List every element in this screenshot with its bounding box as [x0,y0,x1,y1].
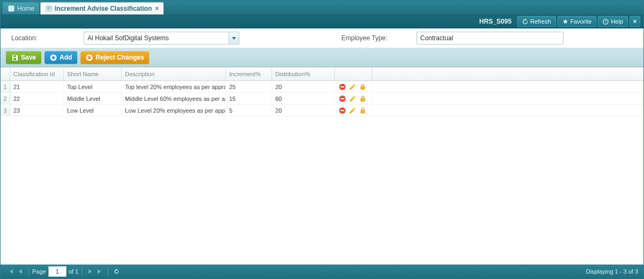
save-icon [11,54,18,61]
svg-text:?: ? [605,19,607,24]
location-label: Location: [11,34,84,42]
delete-icon[interactable] [338,83,346,91]
page-label-post: of 1 [69,268,78,275]
lock-icon[interactable] [358,94,367,102]
col-spacer [372,68,643,80]
employee-type-field[interactable]: Contractual [416,32,564,45]
cell-description: Middle Level 60% employees as per appr… [122,93,226,104]
add-button[interactable]: Add [45,51,77,64]
cancel-icon [86,54,93,61]
cell-short-name: Low Level [64,105,122,116]
chevron-down-icon [229,32,239,44]
location-select[interactable]: Al Hokail SofDigital Systems [84,32,239,45]
col-classification-id[interactable]: Classification Id [10,68,64,80]
cell-increment-pct: 25 [226,81,272,92]
screen-code: HRS_S095 [479,18,511,25]
svg-rect-17 [340,98,344,99]
tab-active-label: Increment Advise Classification [55,5,152,12]
save-button[interactable]: Save [6,51,41,64]
prev-page-icon[interactable] [16,267,25,276]
first-page-icon[interactable] [6,267,15,276]
svg-rect-3 [47,8,50,9]
help-icon: ? [603,19,609,25]
page-label-pre: Page [32,268,46,275]
svg-rect-20 [340,110,344,111]
col-short-name[interactable]: Short Name [64,68,122,80]
add-label: Add [60,54,72,61]
next-page-icon[interactable] [86,267,94,276]
ribbon-bar: HRS_S095 Refresh Favorite ? Help × [1,15,643,28]
grid: Classification Id Short Name Description… [1,67,643,265]
help-label: Help [611,18,623,25]
row-number: 2 [1,93,10,104]
page-input[interactable] [48,266,67,277]
cell-increment-pct: 5 [226,105,272,116]
tab-increment-advise-classification[interactable]: Increment Advise Classification × [40,2,164,14]
cell-classification-id: 23 [10,105,64,116]
plus-icon [50,54,57,61]
home-tab-icon [8,5,15,12]
favorite-button[interactable]: Favorite [558,16,597,27]
lock-icon[interactable] [358,106,367,114]
cell-actions [335,81,372,92]
cell-actions [335,93,372,104]
action-bar: Save Add Reject Changes [1,48,643,67]
svg-rect-11 [52,57,55,58]
svg-rect-15 [361,86,365,90]
cell-short-name: Top Level [64,81,122,92]
svg-rect-0 [9,6,14,11]
form-tab-icon [45,5,53,12]
row-number: 1 [1,81,10,92]
star-icon [562,19,568,25]
grid-header: Classification Id Short Name Description… [1,68,643,81]
row-number: 3 [1,105,10,116]
employee-type-label: Employee Type: [341,34,416,42]
edit-icon[interactable] [348,83,356,91]
cell-description: Low Level 20% employees as per apprai… [122,105,226,116]
cell-distribution-pct: 60 [272,93,335,104]
col-distribution-pct[interactable]: Distribution% [272,68,335,80]
grid-body: 121Top LevelTop level 20% employees as p… [1,81,643,265]
tab-home-label: Home [17,5,34,12]
last-page-icon[interactable] [96,267,104,276]
cell-spacer [372,105,643,116]
reload-icon[interactable] [112,267,121,276]
cell-short-name: Middle Level [64,93,122,104]
svg-rect-14 [340,86,344,87]
edit-icon[interactable] [348,106,356,114]
cell-spacer [372,93,643,104]
col-actions [335,68,372,80]
svg-rect-4 [47,9,49,10]
refresh-icon [522,19,528,25]
cell-classification-id: 22 [10,93,64,104]
delete-icon[interactable] [338,106,346,114]
close-icon[interactable]: × [155,5,159,12]
pager-bar: Page of 1 Displaying 1 - 3 of 3 [1,265,643,278]
col-increment-pct[interactable]: Increment% [226,68,272,80]
col-description[interactable]: Description [122,68,226,80]
cell-distribution-pct: 20 [272,81,335,92]
save-label: Save [21,54,36,61]
employee-type-value: Contractual [420,34,453,42]
filter-bar: Location: Al Hokail SofDigital Systems E… [1,28,643,48]
tab-home[interactable]: Home [3,2,39,14]
help-button[interactable]: ? Help [598,16,628,27]
cell-actions [335,105,372,116]
refresh-label: Refresh [530,18,551,25]
svg-rect-18 [361,98,365,101]
lock-icon[interactable] [358,83,367,91]
edit-icon[interactable] [348,94,356,102]
reject-label: Reject Changes [96,54,144,61]
close-panel-button[interactable]: × [630,16,640,27]
table-row[interactable]: 222Middle LevelMiddle Level 60% employee… [1,93,643,105]
table-row[interactable]: 323Low LevelLow Level 20% employees as p… [1,105,643,116]
tab-strip: Home Increment Advise Classification × [1,1,643,15]
cell-spacer [372,81,643,92]
reject-changes-button[interactable]: Reject Changes [80,51,149,64]
cell-increment-pct: 15 [226,93,272,104]
table-row[interactable]: 121Top LevelTop level 20% employees as p… [1,81,643,93]
delete-icon[interactable] [338,94,346,102]
svg-rect-2 [47,7,50,8]
svg-rect-21 [361,110,365,113]
refresh-button[interactable]: Refresh [517,16,556,27]
